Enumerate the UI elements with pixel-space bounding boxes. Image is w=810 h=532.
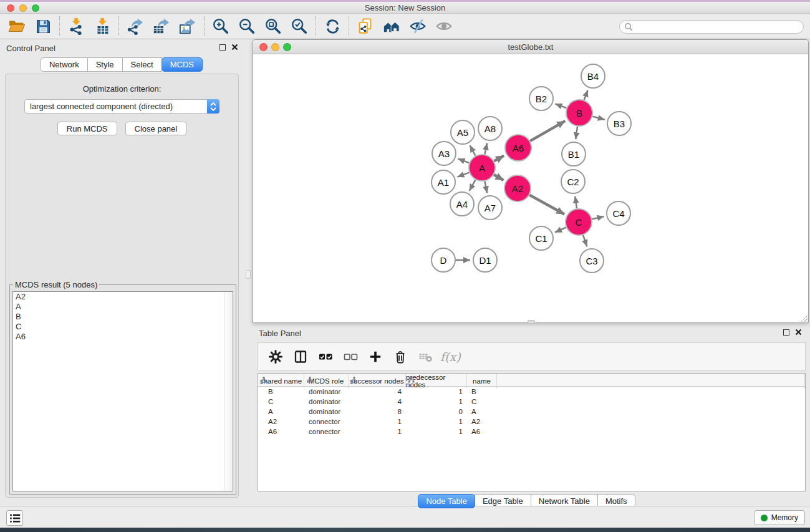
table-row-c[interactable]: Cdominator41C [258,397,805,407]
edge-A2-C[interactable] [529,195,564,215]
main-titlebar[interactable]: Session: New Session [0,2,810,14]
cell[interactable]: A6 [258,427,304,437]
refresh-view-button[interactable] [319,15,345,37]
edge-B-B2[interactable] [556,104,567,109]
close-panel-button[interactable]: Close panel [125,122,187,135]
zoom-fit-button[interactable] [260,15,286,37]
zoom-in-button[interactable] [208,15,234,37]
memory-button[interactable]: Memory [754,510,805,525]
open-session-button[interactable] [4,15,30,37]
column-header-shared-name[interactable]: shared name [258,374,304,389]
delete-columns-button[interactable] [389,346,412,368]
add-column-button[interactable] [364,346,387,368]
export-image-button[interactable] [175,15,201,37]
edge-A-A2[interactable] [494,175,504,180]
edge-C-C3[interactable] [583,235,587,247]
tab-node-table[interactable]: Node Table [418,494,475,508]
result-item-a[interactable]: A [13,302,233,312]
network-canvas[interactable]: AA1A2A3A4A5A6A7A8BB1B2B3B4CC1C2C3C4DD1 [253,54,808,322]
show-graphics-details-button[interactable] [431,15,457,37]
edge-A-A6[interactable] [494,156,504,162]
result-item-a2[interactable]: A2 [13,292,233,302]
close-table-panel-icon[interactable] [795,329,802,336]
cell[interactable]: dominator [304,407,349,417]
float-panel-icon[interactable] [219,44,226,51]
edge-C-C2[interactable] [575,196,577,208]
tab-style[interactable]: Style [87,57,123,72]
cell[interactable]: 1 [406,397,467,407]
edge-A-A7[interactable] [485,181,487,193]
cell[interactable]: dominator [304,397,349,407]
edge-A-A3[interactable] [458,159,470,163]
cell[interactable]: A [467,407,497,417]
node-table[interactable]: shared nameMCDS rolesuccessor nodesprede… [258,373,806,491]
deselect-all-rows-button[interactable] [339,346,362,368]
tab-select[interactable]: Select [122,57,162,72]
tab-mcds[interactable]: MCDS [162,57,203,72]
close-panel-icon[interactable] [231,44,238,51]
column-header-name[interactable]: name [467,374,497,389]
mcds-result-list[interactable]: A2ABCA6 [12,291,233,491]
cell[interactable]: C [467,397,497,407]
column-header-predecessor-nodes[interactable]: predecessor nodes [406,374,467,389]
network-view-window[interactable]: testGlobe.txt AA1A2A3A4A5A6A7A8BB1B2B3B4… [253,39,809,323]
result-scrollbar[interactable] [224,292,233,491]
cell[interactable]: 1 [349,427,406,437]
cell[interactable]: A6 [467,427,497,437]
cell[interactable]: 0 [406,407,467,417]
cell[interactable] [497,407,805,417]
column-selector-button[interactable] [289,346,312,368]
column-header-successor-nodes[interactable]: successor nodes [349,374,406,389]
cell[interactable]: connector [304,417,349,427]
network-window-titlebar[interactable]: testGlobe.txt [253,40,808,54]
table-settings-button[interactable] [264,346,287,368]
cell[interactable] [497,427,805,437]
save-session-button[interactable] [30,15,56,37]
run-mcds-button[interactable]: Run MCDS [57,122,117,135]
cell[interactable]: 1 [406,427,467,437]
splitter-grip-vertical[interactable] [246,270,251,279]
table-row-a6[interactable]: A6connector11A6 [258,427,805,437]
cell[interactable]: A2 [467,417,497,427]
zoom-out-button[interactable] [234,15,260,37]
import-table-button[interactable] [89,15,115,37]
cell[interactable]: 8 [349,407,406,417]
tab-network[interactable]: Network [41,57,88,72]
result-item-b[interactable]: B [13,312,233,322]
edge-B-B3[interactable] [592,117,605,120]
document-network-button[interactable] [352,15,378,37]
result-item-c[interactable]: C [13,322,233,332]
cell[interactable]: 4 [349,397,406,407]
select-all-rows-button[interactable] [314,346,337,368]
cell[interactable]: 1 [349,417,406,427]
splitter-grip-horizontal[interactable] [528,320,535,324]
export-network-button[interactable] [122,15,148,37]
edge-A-A8[interactable] [485,143,487,155]
show-panels-list-button[interactable] [6,510,23,526]
search-input[interactable] [635,22,803,31]
edge-A-A1[interactable] [458,173,470,177]
edge-C-C4[interactable] [592,216,604,219]
edge-C-C1[interactable] [555,228,566,233]
toolbar-search[interactable] [619,20,804,34]
cell[interactable]: A2 [258,417,304,427]
cell[interactable]: connector [304,427,349,437]
cell[interactable]: C [258,397,304,407]
table-row-a[interactable]: Adominator80A [258,407,805,417]
home-button[interactable] [378,15,405,37]
criterion-dropdown[interactable]: largest connected component (directed) [24,99,219,114]
cell[interactable] [497,397,805,407]
import-network-button[interactable] [63,15,89,37]
result-item-a6[interactable]: A6 [13,332,233,342]
cell[interactable] [497,417,805,427]
hide-graphics-details-button[interactable] [405,15,431,37]
table-row-a2[interactable]: A2connector11A2 [258,417,805,427]
edge-B-B4[interactable] [584,90,588,100]
cell[interactable]: 1 [406,417,467,427]
export-table-button[interactable] [148,15,175,37]
edge-A-A4[interactable] [470,180,476,191]
edge-A-A5[interactable] [470,145,476,156]
zoom-selected-button[interactable] [286,15,312,37]
column-header-MCDS-role[interactable]: MCDS role [304,374,349,389]
cell[interactable]: A [258,407,304,417]
